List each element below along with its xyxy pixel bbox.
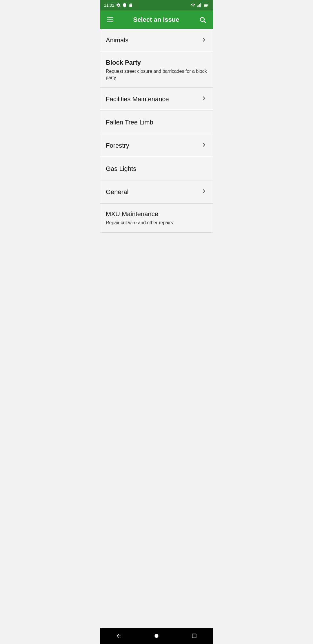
svg-rect-0	[197, 6, 198, 7]
item-text: Block PartyRequest street closure and ba…	[106, 59, 207, 81]
svg-rect-1	[199, 5, 199, 7]
item-title: Block Party	[106, 59, 207, 67]
item-title: General	[106, 188, 198, 196]
item-text: MXU MaintenanceRepair cut wire and other…	[106, 210, 207, 226]
hamburger-icon	[107, 17, 113, 22]
list-item-animals[interactable]: Animals	[100, 29, 213, 52]
sdcard-icon	[129, 3, 133, 8]
app-bar: Select an Issue	[100, 10, 213, 29]
item-text: Animals	[106, 36, 198, 45]
list-item-general[interactable]: General	[100, 180, 213, 204]
chevron-right-icon	[201, 188, 207, 196]
item-text: Forestry	[106, 142, 198, 150]
settings-icon	[116, 3, 121, 8]
svg-point-8	[154, 634, 158, 638]
search-icon	[199, 16, 206, 23]
search-button[interactable]	[197, 14, 208, 26]
home-button[interactable]	[147, 631, 166, 641]
page-title: Select an Issue	[120, 16, 192, 23]
list-item-forestry[interactable]: Forestry	[100, 134, 213, 157]
time-display: 11:02	[104, 3, 114, 8]
item-subtitle: Request street closure and barricades fo…	[106, 68, 207, 81]
svg-rect-3	[200, 3, 201, 7]
list-item-facilities-maintenance[interactable]: Facilities Maintenance	[100, 88, 213, 111]
shield-icon	[122, 3, 127, 8]
list-item-mxu-maintenance[interactable]: MXU MaintenanceRepair cut wire and other…	[100, 204, 213, 233]
bottom-nav	[100, 628, 213, 644]
item-title: Forestry	[106, 142, 198, 150]
item-subtitle: Repair cut wire and other repairs	[106, 220, 207, 226]
wifi-icon	[190, 3, 196, 8]
svg-rect-9	[192, 634, 196, 638]
list-item-gas-lights[interactable]: Gas Lights	[100, 157, 213, 180]
chevron-right-icon	[201, 142, 207, 150]
recent-button[interactable]	[184, 631, 204, 641]
home-icon	[154, 633, 159, 639]
signal-icon	[197, 3, 202, 8]
chevron-right-icon	[201, 95, 207, 103]
svg-line-7	[204, 21, 206, 23]
item-text: General	[106, 188, 198, 196]
item-text: Facilities Maintenance	[106, 95, 198, 104]
item-title: Fallen Tree Limb	[106, 118, 207, 127]
item-text: Gas Lights	[106, 165, 207, 173]
menu-button[interactable]	[105, 15, 116, 24]
list-item-fallen-tree-limb[interactable]: Fallen Tree Limb	[100, 111, 213, 134]
item-title: Gas Lights	[106, 165, 207, 173]
status-bar-right	[190, 3, 209, 8]
item-title: Facilities Maintenance	[106, 95, 198, 104]
back-button[interactable]	[109, 631, 129, 641]
item-title: Animals	[106, 36, 198, 45]
chevron-right-icon	[201, 37, 207, 45]
back-icon	[116, 633, 122, 639]
svg-rect-5	[204, 4, 207, 6]
item-text: Fallen Tree Limb	[106, 118, 207, 127]
battery-icon	[203, 3, 209, 8]
item-title: MXU Maintenance	[106, 210, 207, 218]
status-bar: 11:02	[100, 0, 213, 10]
svg-rect-2	[199, 4, 200, 7]
list-item-block-party[interactable]: Block PartyRequest street closure and ba…	[100, 52, 213, 88]
issue-list: AnimalsBlock PartyRequest street closure…	[100, 29, 213, 628]
status-bar-left: 11:02	[104, 3, 133, 8]
recent-icon	[191, 633, 197, 639]
